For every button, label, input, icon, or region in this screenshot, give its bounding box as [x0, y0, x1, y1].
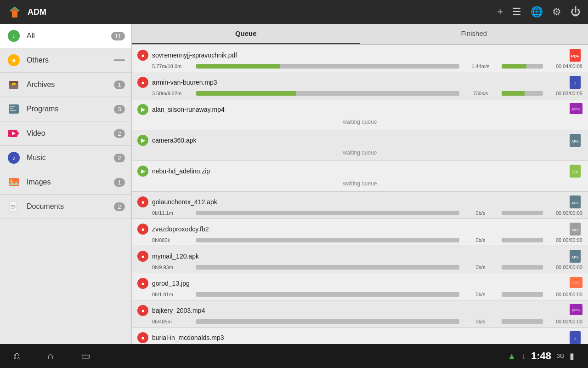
sidebar-badge-video: 2 [114, 129, 125, 138]
retry-button[interactable]: ■ [137, 305, 148, 316]
file-type-icon: ♪ [570, 76, 582, 89]
menu-icon[interactable]: ☰ [512, 6, 521, 18]
app-title: ADM [28, 7, 492, 17]
download-header-row: ■ sovremennyjj-spravochnik.pdf PDF [137, 49, 582, 62]
download-item: ■ burial-in_mcdonalds.mp3 ♪ 0b 0b/s 00:0… [132, 328, 588, 344]
download-name: camera360.apk [152, 137, 566, 144]
documents-icon [6, 199, 21, 214]
file-type-icon: FB2 [570, 223, 582, 236]
settings-icon[interactable]: ⚙ [552, 6, 561, 18]
back-icon[interactable]: ⎌ [14, 350, 20, 362]
images-icon [6, 175, 21, 190]
sidebar-badge-documents: 2 [114, 202, 125, 211]
retry-button[interactable]: ■ [137, 224, 148, 235]
download-name: burial-in_mcdonalds.mp3 [152, 334, 566, 341]
tab-finished[interactable]: Finished [360, 24, 588, 44]
svg-text:APK: APK [571, 139, 579, 144]
download-name: nebu-hd_adelino.zip [152, 167, 566, 175]
sidebar-item-documents[interactable]: Documents 2 [0, 195, 131, 219]
progress-text: 0b/880k [152, 237, 193, 243]
tab-queue[interactable]: Queue [132, 24, 360, 44]
progress-bar2 [502, 319, 543, 324]
progress-bar [196, 319, 459, 324]
download-item: ■ armin-van-buuren.mp3 ♪ 3.50m/9.02m 730… [132, 72, 588, 99]
svg-marker-15 [17, 132, 19, 135]
retry-button[interactable]: ■ [137, 278, 148, 289]
svg-text:↓: ↓ [12, 32, 16, 40]
stop-button[interactable]: ■ [137, 77, 148, 88]
sidebar-badge-all: 11 [111, 32, 125, 40]
speed-label: 0b/s [462, 237, 499, 243]
resume-button[interactable]: ▶ [137, 135, 148, 146]
tabbar: Queue Finished [132, 24, 588, 45]
progress-bar2 [502, 211, 543, 215]
content-area: Queue Finished ■ sovremennyjj-spravochni… [132, 24, 588, 344]
download-progress-row: 0b/1.81m 0b/s 00:00/00:00 [137, 292, 582, 297]
sidebar-item-others[interactable]: ★ Others [0, 48, 131, 73]
retry-button[interactable]: ■ [137, 196, 148, 207]
sidebar-item-programs[interactable]: Programs 3 [0, 97, 131, 121]
file-type-icon: MP4 [570, 103, 582, 116]
svg-text:JPG: JPG [572, 281, 580, 285]
all-icon: ↓ [6, 29, 21, 43]
sidebar-badge-music: 2 [114, 154, 125, 162]
sidebar-item-all[interactable]: ↓ All 11 [0, 24, 131, 48]
download-progress-row: 0b/880k 0b/s 00:00/00:00 [137, 237, 582, 243]
recents-icon[interactable]: ▭ [81, 350, 90, 362]
sidebar-item-music[interactable]: ♪ Music 2 [0, 146, 131, 170]
progress-bar2 [502, 91, 543, 96]
download-header-row: ▶ alan_silson-runaway.mp4 MP4 [137, 103, 582, 116]
sidebar-label-all: All [27, 32, 111, 40]
time-label: 00:03/00:05 [546, 91, 582, 96]
svg-text:APK: APK [571, 255, 579, 259]
svg-text:MP4: MP4 [572, 107, 580, 111]
download-item: ■ zvezdoproxodcy.fb2 FB2 0b/880k 0b/s 00… [132, 219, 588, 246]
progress-text: 5.77m/18.0m [152, 63, 193, 69]
progress-bar2 [502, 64, 543, 69]
speed-label: 0b/s [462, 292, 499, 297]
power-icon[interactable]: ⏻ [571, 6, 581, 18]
svg-text:♪: ♪ [574, 336, 577, 341]
download-header-row: ■ mymail_120.apk APK [137, 250, 582, 263]
download-progress-row: 3.50m/9.02m 730k/s 00:03/00:05 [137, 91, 582, 96]
sidebar-item-images[interactable]: Images 1 [0, 170, 131, 195]
svg-rect-19 [9, 178, 19, 186]
download-item: ■ sovremennyjj-spravochnik.pdf PDF 5.77m… [132, 45, 588, 72]
svg-rect-26 [11, 208, 14, 209]
home-icon[interactable]: ⌂ [47, 350, 53, 362]
svg-rect-12 [10, 108, 13, 109]
sidebar-label-others: Others [27, 56, 114, 64]
download-name: armin-van-buuren.mp3 [152, 79, 566, 86]
download-progress-row: 5.77m/18.0m 1.44m/s 00:04/00:08 [137, 63, 582, 69]
main-content: ↓ All 11 ★ Others [0, 24, 588, 344]
progress-bar [196, 91, 459, 96]
battery-icon: ▮ [570, 351, 574, 361]
progress-bar [196, 292, 459, 297]
time-label: 00:00/00:00 [546, 319, 582, 324]
progress-bar2 [502, 238, 543, 242]
app-logo [7, 5, 22, 19]
add-icon[interactable]: + [497, 6, 503, 18]
speed-label: 730k/s [462, 91, 499, 96]
sidebar-label-archives: Archives [27, 80, 114, 89]
network-icon: ↓ [521, 351, 526, 361]
waiting-label: waiting queue [137, 149, 582, 158]
download-name: bajkery_2003.mp4 [152, 307, 566, 314]
download-header-row: ■ zvezdoproxodcy.fb2 FB2 [137, 223, 582, 236]
signal-badge: 3G [557, 353, 564, 359]
retry-button[interactable]: ■ [137, 251, 148, 262]
sidebar-item-archives[interactable]: Archives 1 [0, 73, 131, 97]
svg-rect-11 [10, 106, 15, 107]
sidebar-item-video[interactable]: Video 2 [0, 121, 131, 146]
sidebar-label-music: Music [27, 154, 114, 162]
download-progress-row: 0b/485m 0b/s 00:00/00:00 [137, 319, 582, 324]
file-type-icon: ZIP [570, 165, 582, 178]
time-label: 00:00/00:00 [546, 237, 582, 243]
resume-button[interactable]: ▶ [137, 166, 148, 177]
progress-bar [196, 238, 459, 242]
file-type-icon: APK [570, 250, 582, 263]
resume-button[interactable]: ▶ [137, 104, 148, 115]
globe-icon[interactable]: 🌐 [531, 6, 543, 18]
stop-button[interactable]: ■ [137, 50, 148, 61]
retry-button[interactable]: ■ [137, 332, 148, 343]
